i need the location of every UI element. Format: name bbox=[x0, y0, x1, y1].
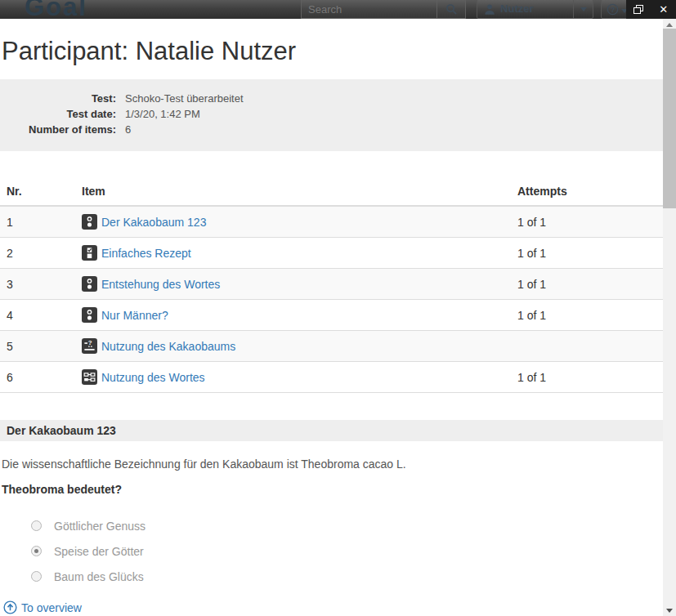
item-nr: 5 bbox=[0, 331, 75, 362]
item-attempts bbox=[511, 331, 663, 362]
app-logo[interactable]: Goal bbox=[25, 0, 87, 19]
answer-option[interactable]: Göttlicher Genuss bbox=[0, 513, 663, 538]
search-input[interactable] bbox=[302, 0, 436, 18]
search-button[interactable] bbox=[436, 0, 465, 18]
table-row: 5 ? Nutzung des Kakaobaums bbox=[0, 331, 663, 362]
item-link[interactable]: Nutzung des Wortes bbox=[101, 371, 205, 384]
info-label: Number of items: bbox=[0, 122, 116, 137]
question-prompt: Theobroma bedeutet? bbox=[2, 483, 663, 496]
table-row: 6 Nutzung des Wortes 1 of 1 bbox=[0, 362, 663, 393]
option-label: Baum des Glücks bbox=[54, 570, 144, 583]
item-link[interactable]: Einfaches Rezept bbox=[101, 247, 191, 260]
user-menu: Natalie Nutzer bbox=[477, 0, 593, 19]
column-header-item: Item bbox=[75, 180, 511, 206]
cloze-icon: ? bbox=[82, 338, 97, 354]
info-row-number-of-items: Number of items: 6 bbox=[0, 122, 663, 137]
user-menu-caret[interactable] bbox=[574, 0, 593, 18]
option-label: Göttlicher Genuss bbox=[54, 520, 145, 533]
matching-icon bbox=[82, 369, 97, 385]
window-close-button[interactable]: ✕ bbox=[651, 0, 676, 19]
window-controls: ✕ bbox=[626, 0, 676, 19]
search-icon bbox=[445, 3, 458, 16]
page-title: Participant: Natalie Nutzer bbox=[2, 36, 663, 67]
table-row: 1 Der Kakaobaum 123 1 of 1 bbox=[0, 206, 663, 238]
radio-button-icon bbox=[31, 520, 42, 531]
table-header-row: Nr. Item Attempts bbox=[0, 180, 663, 206]
test-info-panel: Test: Schoko-Test überarbeitet Test date… bbox=[0, 79, 663, 151]
question-intro-text: Die wissenschaftliche Bezeichnung für de… bbox=[2, 458, 663, 471]
column-header-attempts: Attempts bbox=[511, 180, 663, 206]
item-link[interactable]: Der Kakaobaum 123 bbox=[101, 216, 206, 229]
item-attempts: 1 of 1 bbox=[511, 362, 663, 393]
user-menu-button[interactable]: Natalie Nutzer bbox=[477, 0, 573, 18]
multiple-response-icon bbox=[82, 245, 97, 261]
column-header-nr: Nr. bbox=[0, 180, 75, 206]
item-nr: 6 bbox=[0, 362, 75, 393]
item-link[interactable]: Nutzung des Kakaobaums bbox=[101, 340, 235, 353]
content-area: Participant: Natalie Nutzer Test: Schoko… bbox=[0, 19, 663, 616]
titlebar: Goal Natalie Nutzer ? bbox=[0, 0, 676, 19]
question-heading: Der Kakaobaum 123 bbox=[7, 424, 116, 437]
info-label: Test: bbox=[0, 91, 116, 106]
option-label: Speise der Götter bbox=[54, 545, 144, 558]
info-value: Schoko-Test überarbeitet bbox=[125, 91, 244, 106]
item-nr: 2 bbox=[0, 238, 75, 269]
vertical-scrollbar[interactable] bbox=[663, 19, 676, 616]
item-link[interactable]: Entstehung des Wortes bbox=[101, 278, 220, 291]
table-row: 4 Nur Männer? 1 of 1 bbox=[0, 300, 663, 331]
multiple-choice-icon bbox=[82, 307, 97, 323]
table-row: 3 Entstehung des Wortes 1 of 1 bbox=[0, 269, 663, 300]
user-name: Natalie Nutzer bbox=[500, 0, 566, 16]
radio-button-icon bbox=[31, 571, 42, 582]
multiple-choice-icon bbox=[82, 214, 97, 230]
to-overview-link[interactable]: To overview bbox=[3, 600, 82, 614]
to-overview-label: To overview bbox=[21, 601, 82, 614]
item-nr: 4 bbox=[0, 300, 75, 331]
info-row-test: Test: Schoko-Test überarbeitet bbox=[0, 91, 663, 106]
info-row-test-date: Test date: 1/3/20, 1:42 PM bbox=[0, 106, 663, 122]
table-row: 2 Einfaches Rezept 1 of 1 bbox=[0, 238, 663, 269]
radio-button-icon bbox=[31, 546, 42, 556]
answer-options: Göttlicher Genuss Speise der Götter Baum… bbox=[0, 513, 663, 589]
info-label: Test date: bbox=[0, 106, 116, 122]
item-attempts: 1 of 1 bbox=[511, 269, 663, 300]
items-table: Nr. Item Attempts 1 Der Kakaobaum 123 1 … bbox=[0, 180, 663, 393]
multiple-choice-icon bbox=[82, 276, 97, 292]
window-restore-button[interactable] bbox=[626, 0, 651, 19]
close-icon: ✕ bbox=[659, 4, 668, 15]
item-link[interactable]: Nur Männer? bbox=[101, 309, 168, 322]
info-value: 6 bbox=[125, 122, 131, 137]
item-nr: 3 bbox=[0, 269, 75, 300]
item-attempts: 1 of 1 bbox=[511, 238, 663, 269]
arrow-up-circle-icon bbox=[3, 600, 17, 614]
answer-option[interactable]: Speise der Götter bbox=[0, 538, 663, 564]
item-attempts: 1 of 1 bbox=[511, 206, 663, 238]
scrollbar-thumb[interactable] bbox=[663, 29, 676, 208]
answer-option[interactable]: Baum des Glücks bbox=[0, 564, 663, 589]
item-nr: 1 bbox=[0, 206, 75, 238]
chevron-down-icon bbox=[580, 7, 587, 11]
triangle-down-icon bbox=[666, 609, 673, 613]
svg-text:?: ? bbox=[88, 339, 92, 346]
question-section-bar: Der Kakaobaum 123 bbox=[0, 420, 663, 441]
scroll-down-button[interactable] bbox=[663, 605, 676, 616]
restore-icon bbox=[633, 5, 644, 15]
user-icon bbox=[484, 3, 495, 16]
svg-text:?: ? bbox=[611, 6, 615, 14]
triangle-up-icon bbox=[666, 23, 673, 27]
help-icon: ? bbox=[607, 3, 619, 16]
item-attempts: 1 of 1 bbox=[511, 300, 663, 331]
info-value: 1/3/20, 1:42 PM bbox=[125, 106, 200, 122]
search-group bbox=[301, 0, 466, 19]
